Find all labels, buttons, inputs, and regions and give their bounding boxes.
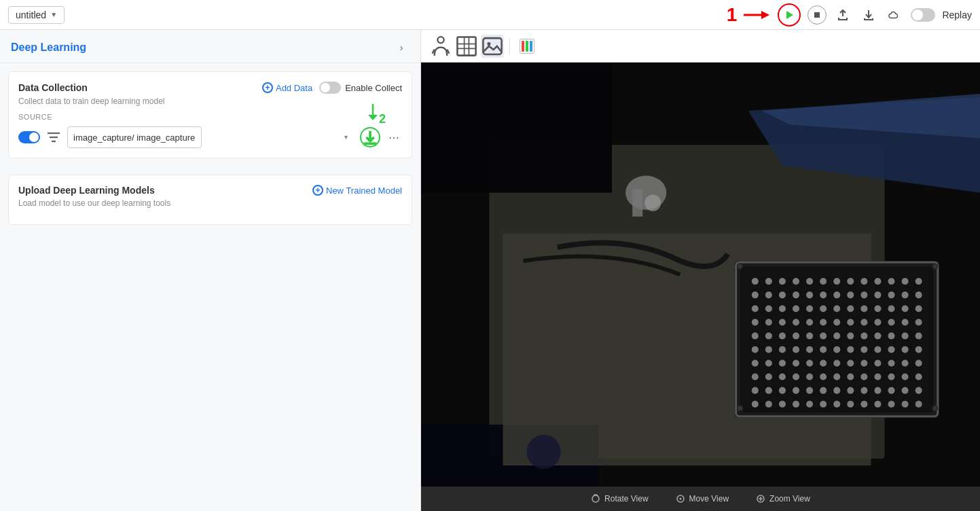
move-view-button[interactable]: Move View [676, 494, 729, 504]
svg-point-39 [847, 278, 854, 285]
project-title: untitled [16, 10, 46, 20]
source-label: SOURCE [18, 113, 402, 121]
svg-point-134 [902, 374, 909, 381]
svg-point-64 [833, 305, 840, 312]
svg-point-150 [765, 401, 772, 408]
svg-point-77 [833, 319, 840, 325]
stop-button[interactable] [807, 5, 827, 24]
source-download-button[interactable] [360, 127, 380, 147]
svg-point-67 [874, 305, 881, 312]
source-select-wrapper: image_capture/ image_capture [67, 126, 355, 148]
svg-point-82 [902, 319, 909, 325]
svg-point-44 [915, 278, 922, 285]
svg-point-78 [847, 319, 854, 325]
svg-point-104 [847, 346, 854, 353]
robot-view-button[interactable] [429, 35, 452, 58]
grid-view-button[interactable] [455, 35, 478, 58]
new-trained-model-button[interactable]: + New Trained Model [312, 185, 402, 196]
svg-point-90 [833, 332, 840, 339]
enable-collect-toggle[interactable] [319, 82, 341, 94]
move-view-label: Move View [689, 494, 729, 504]
image-view-button[interactable] [481, 35, 504, 58]
svg-point-40 [860, 278, 867, 285]
source-select[interactable]: image_capture/ image_capture [67, 126, 202, 148]
svg-point-148 [915, 387, 922, 394]
svg-point-108 [902, 346, 909, 353]
svg-point-165 [932, 406, 938, 411]
svg-point-34 [779, 278, 786, 285]
svg-point-61 [793, 305, 799, 312]
annotation-2-number: 2 [379, 112, 386, 126]
svg-point-33 [765, 278, 772, 285]
svg-point-154 [820, 401, 827, 408]
svg-point-95 [902, 332, 909, 339]
camera-image [421, 63, 980, 487]
svg-point-163 [932, 264, 938, 269]
svg-point-53 [860, 292, 867, 298]
svg-point-138 [779, 387, 786, 394]
svg-point-45 [752, 292, 759, 298]
color-view-button[interactable] [515, 35, 539, 58]
zoom-view-button[interactable]: Zoom View [756, 494, 810, 504]
play-button[interactable] [778, 3, 801, 27]
svg-point-73 [779, 319, 786, 325]
svg-point-62 [806, 305, 813, 312]
svg-rect-3 [814, 12, 820, 18]
svg-point-54 [874, 292, 881, 298]
svg-point-88 [806, 332, 813, 339]
zoom-view-label: Zoom View [769, 494, 810, 504]
svg-point-74 [793, 319, 799, 325]
svg-point-111 [765, 359, 772, 366]
topbar: untitled ▼ 1 [0, 0, 980, 30]
toolbar-separator [509, 38, 510, 54]
svg-point-92 [860, 332, 867, 339]
cloud-icon-button[interactable] [885, 5, 904, 24]
svg-point-139 [793, 387, 799, 394]
replay-toggle[interactable] [911, 8, 935, 22]
svg-point-32 [752, 278, 759, 285]
svg-point-106 [874, 346, 881, 353]
svg-point-124 [765, 374, 772, 381]
svg-point-164 [738, 406, 743, 411]
filter-icon[interactable] [46, 129, 62, 145]
svg-point-140 [806, 387, 813, 394]
panel-title: Deep Learning [11, 41, 86, 54]
svg-point-143 [847, 387, 854, 394]
svg-point-144 [860, 387, 867, 394]
svg-point-83 [915, 319, 922, 325]
svg-point-157 [860, 401, 867, 408]
title-dropdown[interactable]: untitled ▼ [8, 6, 65, 24]
bottom-bar: Rotate View Move View Zoom View [421, 487, 980, 511]
svg-point-116 [833, 359, 840, 366]
svg-point-41 [874, 278, 881, 285]
more-options-button[interactable]: ⋯ [386, 129, 402, 145]
svg-point-37 [820, 278, 827, 285]
svg-point-109 [915, 346, 922, 353]
right-panel: Rotate View Move View Zoom View [421, 30, 980, 511]
svg-point-50 [820, 292, 827, 298]
collapse-button[interactable]: › [393, 39, 410, 56]
svg-point-101 [806, 346, 813, 353]
data-collection-header: Data Collection + Add Data Enable Collec… [18, 82, 402, 94]
rotate-view-button[interactable]: Rotate View [591, 494, 648, 504]
upload-models-title: Upload Deep Learning Models [18, 185, 155, 196]
svg-point-79 [860, 319, 867, 325]
svg-point-76 [820, 319, 827, 325]
svg-point-35 [793, 278, 799, 285]
download-icon-button[interactable] [859, 5, 878, 24]
svg-point-105 [860, 346, 867, 353]
svg-point-68 [888, 305, 895, 312]
svg-point-127 [806, 374, 813, 381]
color-green [526, 41, 528, 52]
svg-point-113 [793, 359, 799, 366]
add-data-button[interactable]: + Add Data [262, 82, 312, 93]
panel-header: Deep Learning › [0, 30, 420, 63]
toggle-knob [912, 10, 923, 20]
svg-point-107 [888, 346, 895, 353]
svg-point-48 [793, 292, 799, 298]
view-toolbar [421, 30, 980, 63]
upload-icon-button[interactable] [833, 5, 852, 24]
source-toggle[interactable] [18, 131, 40, 143]
svg-point-162 [738, 264, 743, 269]
enable-collect-label: Enable Collect [345, 83, 402, 93]
